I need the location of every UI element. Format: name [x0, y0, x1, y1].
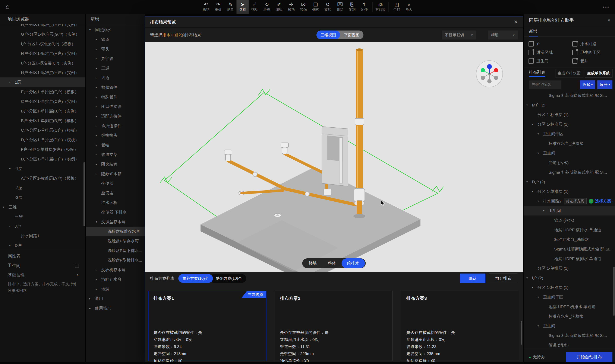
expand-arrow-icon[interactable]: ▾ [532, 190, 537, 193]
project-tree-item[interactable]: F户-分区1-单排层(F户)（模板） [0, 145, 85, 154]
layout-tree-item[interactable]: 分区 1-单排层 (1) [524, 263, 615, 273]
expand-arrow-icon[interactable]: ▾ [537, 296, 543, 299]
gizmo-axis-bottom[interactable] [487, 79, 492, 83]
select-scheme-link[interactable]: 选择方案 [595, 198, 611, 204]
expand-arrow-icon[interactable]: ▾ [526, 180, 532, 183]
generate-building-system-button[interactable]: 生成单体系统 [585, 69, 613, 78]
component-tree-item[interactable]: 坐便器 下排水 [86, 208, 145, 217]
gizmo-axis-right[interactable] [494, 68, 498, 72]
tool-measure[interactable]: ✎ 测量 [225, 0, 237, 14]
component-tree-item[interactable]: ▸ 管道支架 [86, 150, 145, 159]
expand-arrow-icon[interactable]: ▾ [9, 81, 15, 84]
layout-tree-item[interactable]: ▾ 卫生间 [524, 321, 615, 331]
project-tree-item[interactable]: 三维 [0, 212, 85, 221]
project-tree-item[interactable]: C户-分区1-单排层(C户)（实例） [0, 97, 85, 106]
expand-all-button[interactable]: 展开 ▾ [597, 80, 613, 89]
layout-tree-item[interactable]: 管道 (污水) [524, 158, 615, 168]
home-icon[interactable]: ⌂ [6, 2, 10, 10]
expand-arrow-icon[interactable]: ▾ [3, 206, 9, 209]
component-tree-item[interactable]: ▸ 管道 [86, 35, 145, 44]
gizmo-axis-back-left[interactable] [481, 76, 485, 80]
project-tree-item[interactable]: H户-分区1-标准层(H户)（实例） [0, 68, 85, 78]
expand-arrow-icon[interactable]: ▾ [96, 220, 101, 223]
view-mode-tab[interactable]: 平面视图 [340, 30, 363, 39]
project-tree-item[interactable]: E户-分区1-单排层(E户)（模板） [0, 87, 85, 97]
expand-arrow-icon[interactable]: ▾ [537, 324, 543, 327]
tool-zoom-in[interactable]: ⌕ 放大 [403, 0, 415, 14]
component-tree-item[interactable]: 洗脸盆P型存水弯 [86, 236, 145, 246]
tool-delete[interactable]: ⌧ 删除 [334, 0, 346, 14]
project-tree-item[interactable]: ▾ D户 [0, 241, 85, 250]
scheme-tab[interactable]: 推荐方案(10)个 [178, 274, 213, 283]
project-tree-item[interactable]: B户-分区1-单排层(B户)（模板） [0, 116, 85, 125]
expand-arrow-icon[interactable]: ▸ [96, 115, 101, 118]
project-tree-item[interactable]: H户-分区1-标准层(H户)（实例） [0, 24, 85, 29]
expand-arrow-icon[interactable]: ▾ [537, 132, 543, 135]
layout-tree-item[interactable]: ▾ I户 (2) [524, 273, 615, 283]
layout-tree-item[interactable]: 分区 1-标准层 (1) [524, 110, 615, 119]
tool-mirror[interactable]: ⋈ 镜像 [297, 0, 310, 14]
abandon-layout-button[interactable]: 放弃排布 [489, 273, 518, 283]
component-tree-item[interactable]: 冲水面板 [86, 198, 145, 208]
viewport-3d[interactable]: 矮墙 整体 给排水 [145, 42, 523, 272]
project-tree-item[interactable]: G户-分区1-标准层(G户)（实例） [0, 29, 85, 39]
layout-tree-item[interactable]: 标准存水弯_洗脸盆 [524, 235, 615, 244]
concealed-cistern[interactable] [322, 127, 348, 186]
component-tree-item[interactable]: ▸ 使用场景 [86, 303, 145, 313]
expand-arrow-icon[interactable]: ▾ [537, 199, 543, 203]
tool-extend[interactable]: ↥ 延伸 [358, 0, 371, 14]
view-mode-tab[interactable]: 三维视图 [317, 30, 340, 39]
expand-arrow-icon[interactable]: ▸ [96, 134, 101, 137]
layout-tree-item[interactable]: 地漏 HDPE 横排水 单通道 [524, 302, 615, 312]
project-browser-scroll[interactable]: H户-分区1-标准层(H户)（实例） G户-分区1-标准层(G户)（实例） I户… [0, 24, 85, 250]
expand-arrow-icon[interactable]: ▾ [537, 152, 543, 155]
layout-tree-item[interactable]: 地漏 HDPE 横排水 单通道 [524, 254, 615, 263]
expand-arrow-icon[interactable]: ▸ [96, 76, 101, 79]
component-tree-item[interactable]: ▸ 通用 [86, 294, 145, 303]
component-tree-item[interactable]: ▸ 隐蔽式水箱 [86, 169, 145, 179]
component-tree-item[interactable]: ▾ 同层排水 [86, 25, 145, 35]
layout-tree-item[interactable]: 管道 (污水) [524, 340, 615, 350]
toolbar-tool[interactable] [389, 2, 389, 12]
tab-new[interactable]: 新增 [529, 29, 538, 37]
draw-tool-item[interactable]: 管井 [568, 57, 615, 65]
expand-arrow-icon[interactable]: ▾ [9, 167, 15, 170]
layout-tree-item[interactable]: Sigma 杜菲斯隐蔽式水箱 配 Si... [524, 168, 615, 177]
project-tree-item[interactable]: C户-分区1-单排层(C户)（模板） [0, 125, 85, 135]
collapse-all-button[interactable]: 收起 ▾ [580, 80, 595, 89]
layout-tree-item[interactable]: ▾ 排水回路2 待选择方案 ! 选择方案 ▾ [524, 196, 615, 206]
clip-display-dropdown[interactable]: 不显示裁切 ∨ [442, 30, 476, 39]
project-tree-item[interactable]: ▾ J户 [0, 221, 85, 231]
expand-arrow-icon[interactable]: ▸ [96, 66, 101, 70]
expand-arrow-icon[interactable]: ▾ [543, 209, 548, 212]
chevron-down-icon[interactable]: ∨ [608, 18, 610, 23]
navigation-gizmo[interactable] [476, 60, 503, 88]
scheme-card[interactable]: 排布方案3 是否存在被裁切的管件：是穿越淋浴止水坎：0次管道米数：11.23走管… [401, 291, 519, 361]
tool-move[interactable]: ✛ 移动 [285, 0, 297, 14]
expand-arrow-icon[interactable]: ▾ [9, 225, 15, 228]
trash-icon[interactable] [75, 264, 79, 268]
project-tree-item[interactable]: -3层 [0, 193, 85, 202]
component-tree-item[interactable]: 洗脸盆标准存水弯 [86, 227, 145, 236]
tool-offset[interactable]: ❏ 偏移 [310, 0, 322, 14]
scrollbar-thumb[interactable] [613, 267, 615, 316]
layout-tree-item[interactable]: 标准存水弯_洗脸盆 [524, 312, 615, 321]
layout-tree-item[interactable]: Sigma 杜菲斯隐蔽式水箱 配 Si... [524, 244, 615, 254]
layout-tree-item[interactable]: ▾ 分区 1-标准层 (1) [524, 119, 615, 129]
expand-arrow-icon[interactable]: ▸ [96, 143, 101, 147]
component-tree-item[interactable]: ▸ 浴缸存水弯 [86, 275, 145, 284]
project-tree-item[interactable]: 排水回路1 [0, 231, 85, 241]
tool-undo[interactable]: ↶ 撤销 [200, 0, 212, 14]
project-tree-item[interactable]: ▾ 三维 [0, 202, 85, 212]
expand-arrow-icon[interactable]: ▾ [532, 123, 537, 126]
expand-arrow-icon[interactable]: ▸ [96, 268, 101, 271]
project-tree-item[interactable]: ▾ -1层 [0, 164, 85, 173]
project-tree-item[interactable]: A户-分区1-标准层(A户)（模板） [0, 173, 85, 183]
tool-select[interactable]: ➤ 选择 [237, 0, 249, 14]
component-tree-item[interactable]: ▸ 异径管 [86, 54, 145, 63]
gizmo-axis-back-right[interactable] [494, 76, 498, 80]
expand-arrow-icon[interactable]: ▸ [96, 57, 101, 60]
component-tree-item[interactable]: 坐便盖 [86, 188, 145, 198]
project-tree-item[interactable]: B户-分区1-单排层(B户)（实例） [0, 106, 85, 116]
collapse-icon[interactable]: ∧ [77, 273, 79, 277]
